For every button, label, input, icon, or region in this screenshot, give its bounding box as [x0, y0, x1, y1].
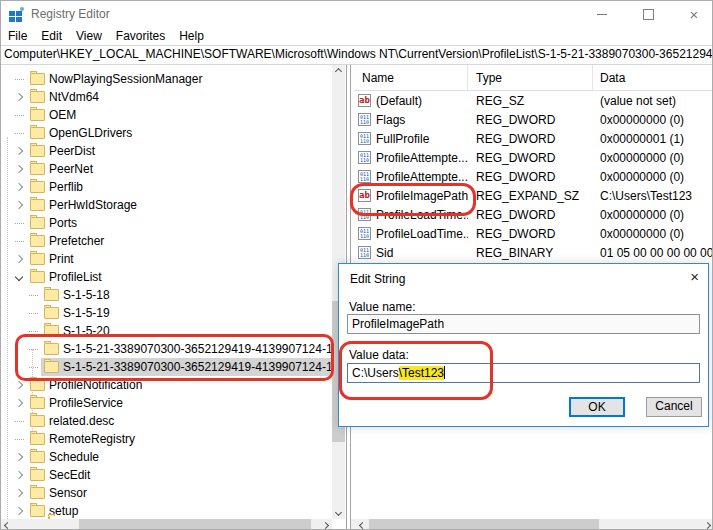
ok-button[interactable]: OK — [569, 397, 625, 417]
value-type: REG_DWORD — [468, 170, 593, 184]
horizontal-scroll-thumb[interactable] — [79, 519, 311, 530]
tree-item[interactable]: OpenGLDrivers — [1, 124, 332, 142]
tree-item[interactable]: ProfileService — [1, 394, 332, 412]
expand-icon[interactable] — [15, 453, 23, 461]
value-row[interactable]: 011110ProfileLoadTime...REG_DWORD0x00000… — [354, 205, 713, 224]
tree-item[interactable]: Perflib — [1, 178, 332, 196]
tree-item[interactable]: S-1-5-21-3389070300-3652129419-413990712… — [1, 358, 332, 376]
tree-item[interactable]: Schedule — [1, 448, 332, 466]
value-row[interactable]: abProfileImagePathREG_EXPAND_SZC:\Users\… — [354, 186, 713, 205]
collapse-icon[interactable] — [15, 273, 23, 281]
tree-item[interactable]: NowPlayingSessionManager — [1, 70, 332, 88]
value-data: 0x00000000 (0) — [593, 170, 713, 184]
value-row[interactable]: 011110ProfileAttempte...REG_DWORD0x00000… — [354, 148, 713, 167]
tree-item[interactable]: OEM — [1, 106, 332, 124]
tree-item[interactable]: RemoteRegistry — [1, 430, 332, 448]
tree-horizontal-scrollbar[interactable] — [1, 519, 332, 530]
column-header-type[interactable]: Type — [468, 65, 593, 90]
expand-icon[interactable] — [15, 93, 23, 101]
scroll-down-icon[interactable] — [332, 506, 345, 519]
value-name-field[interactable]: ProfileImagePath — [347, 314, 700, 334]
value-name: Flags — [376, 113, 405, 127]
value-row[interactable]: 011110ProfileAttempte...REG_DWORD0x00000… — [354, 167, 713, 186]
tree-item[interactable]: S-1-5-19 — [1, 304, 332, 322]
folder-icon — [30, 217, 45, 229]
scroll-left-icon[interactable] — [356, 519, 369, 530]
list-header: Name Type Data — [354, 65, 713, 91]
menu-item-favorites[interactable]: Favorites — [109, 27, 172, 45]
menu-item-edit[interactable]: Edit — [34, 27, 69, 45]
expand-icon[interactable] — [15, 183, 23, 191]
tree-connector — [29, 313, 38, 314]
minimize-button[interactable] — [587, 1, 617, 27]
tree-connector — [15, 421, 24, 422]
tree-connector — [29, 367, 38, 368]
horizontal-scroll-thumb[interactable] — [369, 519, 599, 530]
tree-guide-line — [7, 137, 8, 519]
tree-item[interactable]: S-1-5-18 — [1, 286, 332, 304]
expand-icon[interactable] — [15, 489, 23, 497]
dword-value-icon: 011110 — [358, 208, 371, 221]
value-row[interactable]: 011110SidREG_BINARY01 05 00 00 00 00 00 … — [354, 243, 713, 262]
tree-item[interactable]: S-1-5-21-3389070300-3652129419-413990712… — [1, 340, 332, 358]
expand-icon[interactable] — [15, 471, 23, 479]
value-data: 0x00000000 (0) — [593, 227, 713, 241]
maximize-button[interactable] — [633, 1, 663, 27]
tree-connector — [15, 79, 24, 80]
value-row[interactable]: 011110FlagsREG_DWORD0x00000000 (0) — [354, 110, 713, 129]
values-list: ab(Default)REG_SZ(value not set)011110Fl… — [354, 91, 713, 262]
tree-item[interactable]: ProfileList — [1, 268, 332, 286]
cancel-button[interactable]: Cancel — [646, 397, 702, 417]
tree-item-label: Print — [49, 252, 74, 266]
folder-icon — [30, 109, 45, 121]
value-row[interactable]: 011110FullProfileREG_DWORD0x00000001 (1) — [354, 129, 713, 148]
column-header-name[interactable]: Name — [354, 65, 468, 90]
expand-icon[interactable] — [15, 147, 23, 155]
menu-item-view[interactable]: View — [69, 27, 109, 45]
folder-icon — [44, 289, 59, 301]
expand-icon[interactable] — [15, 507, 23, 515]
column-header-data[interactable]: Data — [593, 65, 713, 90]
value-data-label: Value data: — [349, 348, 409, 362]
close-button[interactable]: × — [679, 1, 709, 27]
tree-item[interactable]: S-1-5-20 — [1, 322, 332, 340]
scroll-right-icon[interactable] — [701, 519, 713, 530]
folder-icon — [30, 181, 45, 193]
expand-icon[interactable] — [15, 255, 23, 263]
value-type: REG_DWORD — [468, 151, 593, 165]
tree-item[interactable]: NtVdm64 — [1, 88, 332, 106]
scroll-left-icon[interactable] — [1, 519, 14, 530]
scroll-right-icon[interactable] — [319, 519, 332, 530]
value-data-field[interactable]: C:\Users\Test123 — [347, 363, 700, 383]
scroll-up-icon[interactable] — [332, 65, 345, 78]
list-horizontal-scrollbar[interactable] — [351, 519, 713, 530]
expand-icon[interactable] — [15, 381, 23, 389]
tree-item[interactable]: ProfileNotification — [1, 376, 332, 394]
tree-item-label: NtVdm64 — [49, 90, 99, 104]
tree-item[interactable]: Ports — [1, 214, 332, 232]
menu-item-help[interactable]: Help — [172, 27, 211, 45]
dialog-close-button[interactable]: × — [690, 268, 699, 285]
tree-item[interactable]: PeerDist — [1, 142, 332, 160]
tree-connector — [29, 295, 38, 296]
value-data-highlighted-text: \Test123 — [399, 366, 444, 380]
tree-item-label: PerHwIdStorage — [49, 198, 137, 212]
tree-item-label: S-1-5-21-3389070300-3652129419-413990712… — [63, 342, 332, 356]
menu-item-file[interactable]: File — [1, 27, 34, 45]
expand-icon[interactable] — [15, 165, 23, 173]
value-row[interactable]: ab(Default)REG_SZ(value not set) — [354, 91, 713, 110]
tree-item[interactable]: related.desc — [1, 412, 332, 430]
expand-icon[interactable] — [15, 399, 23, 407]
address-bar[interactable]: Computer\HKEY_LOCAL_MACHINE\SOFTWARE\Mic… — [1, 45, 712, 65]
tree-item[interactable]: Print — [1, 250, 332, 268]
tree-item-label: S-1-5-21-3389070300-3652129419-413990712… — [63, 360, 332, 374]
tree-item[interactable]: SecEdit — [1, 466, 332, 484]
expand-icon[interactable] — [15, 201, 23, 209]
tree-item[interactable]: PerHwIdStorage — [1, 196, 332, 214]
value-type: REG_DWORD — [468, 208, 593, 222]
tree-item[interactable]: Sensor — [1, 484, 332, 502]
tree-item[interactable]: Prefetcher — [1, 232, 332, 250]
tree-item[interactable]: PeerNet — [1, 160, 332, 178]
menu-bar: FileEditViewFavoritesHelp — [1, 27, 712, 46]
value-row[interactable]: 011110ProfileLoadTime...REG_DWORD0x00000… — [354, 224, 713, 243]
